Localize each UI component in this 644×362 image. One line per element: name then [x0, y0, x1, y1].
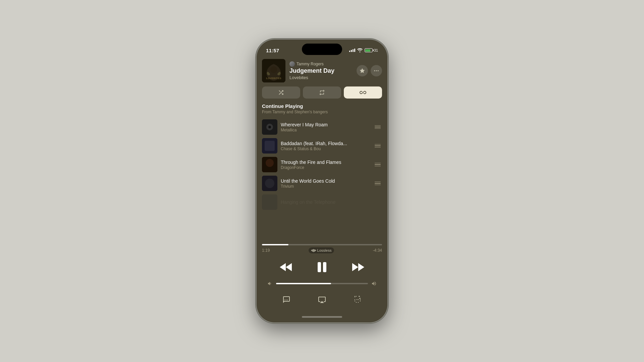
- progress-fill: [262, 244, 288, 245]
- lossless-label: Lossless: [317, 248, 332, 252]
- drag-handle-1[interactable]: [373, 124, 382, 130]
- volume-low-icon: [267, 281, 273, 286]
- song-title: Judgement Day: [289, 67, 353, 75]
- svg-point-14: [265, 179, 274, 188]
- content-area: LOVEBITES Tammy Rogers Judgement Day Lov…: [257, 56, 387, 311]
- svg-rect-10: [265, 141, 275, 151]
- song-album: Lovebites: [289, 75, 353, 80]
- forward-button[interactable]: [352, 260, 365, 274]
- dynamic-island: [302, 44, 342, 55]
- mode-buttons: [262, 86, 382, 99]
- volume-fill: [276, 283, 331, 284]
- list-item[interactable]: Baddadan (feat. IRah, Flowda... Chase & …: [262, 136, 382, 155]
- track-artist-1: Metallica: [281, 128, 370, 132]
- infinity-button[interactable]: [344, 86, 382, 99]
- rewind-button[interactable]: [279, 260, 292, 274]
- volume-high-icon: [371, 281, 377, 286]
- track-title-3: Through the Fire and Flames: [281, 159, 370, 165]
- track-details-4: Until the World Goes Cold Trivium: [281, 178, 370, 189]
- artist-name: Tammy Rogers: [297, 62, 324, 66]
- svg-marker-17: [286, 263, 292, 271]
- bottom-nav: [262, 290, 382, 308]
- svg-point-5: [378, 70, 379, 71]
- track-details-5: Hanging on the Telephone: [281, 199, 382, 205]
- track-artist-4: Trivium: [281, 184, 370, 189]
- track-title-5: Hanging on the Telephone: [281, 199, 382, 205]
- lyrics-button[interactable]: [279, 292, 294, 307]
- volume-bar[interactable]: [276, 283, 368, 284]
- track-title-4: Until the World Goes Cold: [281, 178, 370, 184]
- svg-point-8: [268, 126, 271, 128]
- header-actions: [357, 65, 382, 76]
- track-thumbnail-1: [262, 119, 277, 135]
- svg-rect-18: [318, 262, 321, 272]
- track-artist-2: Chase & Status & Bou: [281, 146, 370, 151]
- svg-point-3: [374, 70, 375, 71]
- track-artist-3: DragonForce: [281, 165, 370, 170]
- album-art: LOVEBITES: [262, 59, 285, 82]
- current-time: 1:19: [262, 248, 270, 253]
- battery-icon: 31: [365, 48, 378, 52]
- progress-section: 1:19 Lossless -4:34: [262, 244, 382, 253]
- drag-handle-4[interactable]: [373, 180, 382, 187]
- track-thumbnail-4: [262, 176, 277, 191]
- home-indicator: [257, 311, 387, 322]
- lossless-badge: Lossless: [309, 247, 334, 253]
- track-thumbnail-5: [262, 194, 277, 210]
- drag-handle-3[interactable]: [373, 162, 382, 168]
- svg-rect-15: [262, 194, 277, 210]
- artist-avatar: [289, 61, 295, 67]
- repeat-button[interactable]: [303, 86, 341, 99]
- progress-times: 1:19 Lossless -4:34: [262, 247, 382, 253]
- lyrics-icon: [282, 296, 290, 304]
- pause-button[interactable]: [314, 259, 330, 276]
- queue-icon: [354, 296, 362, 304]
- now-playing-header: LOVEBITES Tammy Rogers Judgement Day Lov…: [262, 59, 382, 82]
- shuffle-button[interactable]: [262, 86, 300, 99]
- track-title-1: Wherever I May Roam: [281, 122, 370, 128]
- svg-point-12: [266, 159, 274, 167]
- remaining-time: -4:34: [373, 248, 382, 253]
- svg-rect-19: [323, 262, 326, 272]
- continue-playing-title: Continue Playing: [262, 103, 382, 109]
- track-list: Wherever I May Roam Metallica Baddadan (…: [262, 118, 382, 242]
- track-details-1: Wherever I May Roam Metallica: [281, 122, 370, 132]
- status-time: 11:57: [266, 48, 279, 53]
- svg-marker-16: [280, 263, 286, 271]
- drag-handle-2[interactable]: [373, 143, 382, 149]
- battery-level: 31: [374, 48, 378, 52]
- list-item[interactable]: Wherever I May Roam Metallica: [262, 118, 382, 136]
- status-icons: 31: [349, 48, 378, 52]
- list-item[interactable]: Through the Fire and Flames DragonForce: [262, 155, 382, 174]
- track-title-2: Baddadan (feat. IRah, Flowda...: [281, 140, 370, 146]
- playback-controls: [262, 253, 382, 281]
- song-info: Tammy Rogers Judgement Day Lovebites: [289, 61, 353, 80]
- airplay-icon: [318, 296, 326, 304]
- progress-bar[interactable]: [262, 244, 382, 245]
- volume-section: [262, 281, 382, 286]
- list-item[interactable]: Until the World Goes Cold Trivium: [262, 174, 382, 193]
- airplay-button[interactable]: [315, 292, 329, 307]
- artist-row: Tammy Rogers: [289, 61, 353, 67]
- svg-point-1: [270, 66, 277, 73]
- queue-button[interactable]: [350, 292, 365, 307]
- forward-icon: [352, 260, 365, 274]
- continue-playing-subtitle: From Tammy and Stephen's bangers: [262, 110, 382, 114]
- wifi-icon: [357, 48, 363, 52]
- more-icon: [373, 68, 379, 74]
- signal-icon: [349, 49, 355, 52]
- svg-marker-20: [352, 263, 358, 271]
- lossless-wave-icon: [311, 249, 316, 252]
- home-bar: [302, 316, 342, 318]
- track-thumbnail-3: [262, 157, 277, 172]
- star-icon: [359, 68, 365, 74]
- list-item[interactable]: Hanging on the Telephone: [262, 193, 382, 212]
- favorite-button[interactable]: [357, 65, 368, 76]
- more-options-button[interactable]: [371, 65, 382, 76]
- rewind-icon: [279, 260, 292, 274]
- svg-point-4: [376, 70, 377, 71]
- screen: 11:57: [257, 40, 387, 322]
- pause-icon: [314, 259, 330, 276]
- track-thumbnail-2: [262, 138, 277, 154]
- phone-frame: 11:57: [257, 40, 387, 322]
